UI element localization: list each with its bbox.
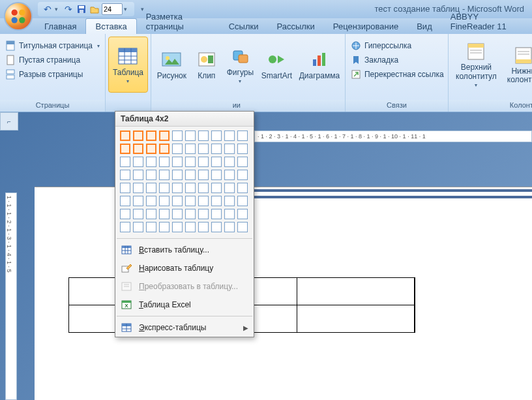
open-icon[interactable] xyxy=(89,3,100,15)
grid-cell[interactable] xyxy=(237,222,248,232)
redo-icon[interactable]: ↷ xyxy=(63,3,74,15)
grid-cell[interactable] xyxy=(172,196,183,206)
grid-cell[interactable] xyxy=(146,222,156,232)
grid-cell[interactable] xyxy=(224,144,235,154)
grid-cell[interactable] xyxy=(159,131,170,141)
insert-table-item[interactable]: Вставить таблицу... xyxy=(115,241,254,259)
grid-cell[interactable] xyxy=(172,170,183,180)
smartart-button[interactable]: SmartArt xyxy=(258,37,295,93)
grid-cell[interactable] xyxy=(172,144,183,154)
grid-cell[interactable] xyxy=(198,196,209,206)
grid-cell[interactable] xyxy=(224,222,235,232)
grid-cell[interactable] xyxy=(159,222,170,232)
grid-cell[interactable] xyxy=(211,196,222,206)
quick-tables-item[interactable]: Экспресс-таблицы ▶ xyxy=(115,318,254,337)
zoom-dropdown-icon[interactable]: ▾ xyxy=(124,6,130,12)
grid-cell[interactable] xyxy=(133,196,143,206)
shapes-button[interactable]: Фигуры ▾ xyxy=(224,37,257,93)
grid-cell[interactable] xyxy=(159,170,170,180)
grid-cell[interactable] xyxy=(224,157,235,167)
grid-cell[interactable] xyxy=(211,222,222,232)
grid-cell[interactable] xyxy=(146,144,156,154)
grid-cell[interactable] xyxy=(198,222,209,232)
grid-cell[interactable] xyxy=(159,183,170,193)
grid-cell[interactable] xyxy=(185,170,196,180)
grid-cell[interactable] xyxy=(133,222,143,232)
save-icon[interactable] xyxy=(76,3,87,15)
grid-cell[interactable] xyxy=(159,144,170,154)
blank-page-button[interactable]: Пустая страница xyxy=(3,54,102,67)
excel-table-item[interactable]: X Таблица Excel xyxy=(115,296,254,314)
grid-cell[interactable] xyxy=(237,131,248,141)
tab-mailings[interactable]: Рассылки xyxy=(267,19,323,34)
cover-page-button[interactable]: Титульная страница ▾ xyxy=(3,39,102,52)
grid-cell[interactable] xyxy=(120,209,130,219)
grid-cell[interactable] xyxy=(172,131,183,141)
hyperlink-button[interactable]: Гиперссылка xyxy=(348,39,447,52)
grid-cell[interactable] xyxy=(120,144,130,154)
grid-cell[interactable] xyxy=(211,144,222,154)
grid-cell[interactable] xyxy=(237,157,248,167)
grid-cell[interactable] xyxy=(133,183,143,193)
grid-cell[interactable] xyxy=(198,144,209,154)
grid-cell[interactable] xyxy=(133,170,143,180)
grid-cell[interactable] xyxy=(133,131,143,141)
grid-cell[interactable] xyxy=(133,157,143,167)
ruler-corner[interactable]: ⌐ xyxy=(0,112,18,131)
header-button[interactable]: Верхний колонтитул ▾ xyxy=(451,37,501,93)
grid-cell[interactable] xyxy=(120,157,130,167)
grid-cell[interactable] xyxy=(237,144,248,154)
grid-cell[interactable] xyxy=(237,196,248,206)
grid-cell[interactable] xyxy=(211,170,222,180)
table-button[interactable]: Таблица ▾ xyxy=(108,37,148,93)
zoom-input[interactable] xyxy=(102,3,123,15)
grid-cell[interactable] xyxy=(185,157,196,167)
crossref-button[interactable]: Перекрестная ссылка xyxy=(348,68,447,81)
grid-cell[interactable] xyxy=(146,196,156,206)
table-grid-picker[interactable] xyxy=(115,127,254,236)
grid-cell[interactable] xyxy=(120,196,130,206)
grid-cell[interactable] xyxy=(146,157,156,167)
grid-cell[interactable] xyxy=(211,131,222,141)
horizontal-ruler[interactable]: · 1 · 2 · 3 · 1 · 4 · 1 · 5 · 1 · 6 · 1 … xyxy=(254,131,532,142)
grid-cell[interactable] xyxy=(120,170,130,180)
grid-cell[interactable] xyxy=(198,157,209,167)
grid-cell[interactable] xyxy=(159,209,170,219)
page-break-button[interactable]: Разрыв страницы xyxy=(3,68,102,81)
grid-cell[interactable] xyxy=(120,222,130,232)
grid-cell[interactable] xyxy=(146,131,156,141)
grid-cell[interactable] xyxy=(237,209,248,219)
tab-home[interactable]: Главная xyxy=(35,19,85,34)
grid-cell[interactable] xyxy=(159,157,170,167)
grid-cell[interactable] xyxy=(120,183,130,193)
grid-cell[interactable] xyxy=(172,209,183,219)
chart-button[interactable]: Диаграмма xyxy=(297,37,342,93)
grid-cell[interactable] xyxy=(211,183,222,193)
picture-button[interactable]: Рисунок xyxy=(154,37,190,93)
grid-cell[interactable] xyxy=(224,196,235,206)
tab-view[interactable]: Вид xyxy=(407,19,441,34)
vertical-ruler[interactable]: 1 · 1 · 1 · 2 · 1 · 3 · 1 · 4 · 1 · 5 xyxy=(5,192,17,400)
draw-table-item[interactable]: Нарисовать таблицу xyxy=(115,259,254,277)
grid-cell[interactable] xyxy=(224,183,235,193)
grid-cell[interactable] xyxy=(146,183,156,193)
tab-references[interactable]: Ссылки xyxy=(220,19,268,34)
bookmark-button[interactable]: Закладка xyxy=(348,54,447,67)
grid-cell[interactable] xyxy=(237,170,248,180)
grid-cell[interactable] xyxy=(211,209,222,219)
grid-cell[interactable] xyxy=(172,183,183,193)
tab-insert[interactable]: Вставка xyxy=(85,18,136,34)
grid-cell[interactable] xyxy=(185,209,196,219)
office-button[interactable] xyxy=(4,2,33,31)
grid-cell[interactable] xyxy=(198,170,209,180)
grid-cell[interactable] xyxy=(172,222,183,232)
undo-icon[interactable]: ↶ xyxy=(42,3,53,15)
grid-cell[interactable] xyxy=(211,157,222,167)
grid-cell[interactable] xyxy=(198,209,209,219)
grid-cell[interactable] xyxy=(198,131,209,141)
grid-cell[interactable] xyxy=(224,209,235,219)
grid-cell[interactable] xyxy=(185,131,196,141)
grid-cell[interactable] xyxy=(185,222,196,232)
tab-review[interactable]: Рецензирование xyxy=(324,19,407,34)
grid-cell[interactable] xyxy=(172,157,183,167)
